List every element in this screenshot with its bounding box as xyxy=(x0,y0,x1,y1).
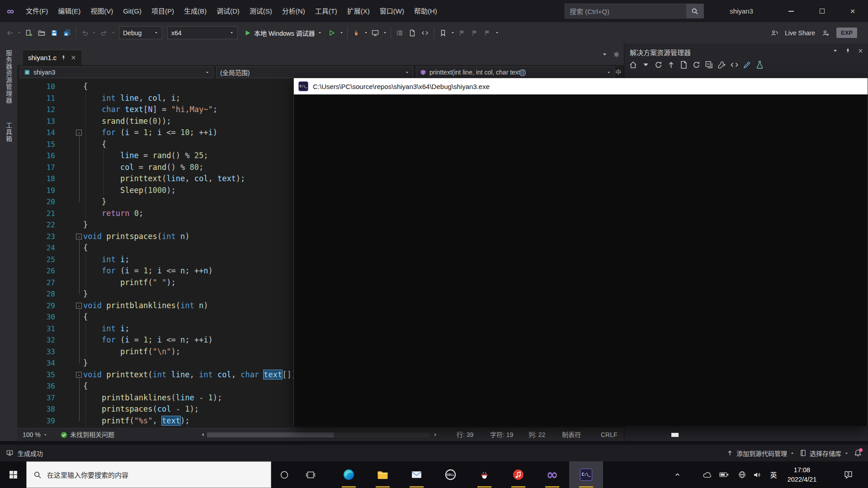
close-tab-icon[interactable] xyxy=(71,55,76,61)
nav-back-icon[interactable] xyxy=(4,27,16,39)
document-list-icon[interactable] xyxy=(602,52,608,57)
hot-reload-caret-icon[interactable] xyxy=(363,27,369,39)
flag-icon[interactable] xyxy=(481,27,494,39)
menu-extensions[interactable]: 扩展(X) xyxy=(342,0,375,22)
fold-toggle[interactable]: - xyxy=(76,130,82,136)
edge-app[interactable] xyxy=(332,461,366,488)
file-explorer-app[interactable] xyxy=(366,461,400,488)
panel-menu-icon[interactable] xyxy=(832,48,838,54)
scroll-right-icon[interactable] xyxy=(432,428,439,441)
qq-app[interactable] xyxy=(467,461,501,488)
menu-test[interactable]: 测试(S) xyxy=(245,0,277,22)
menu-window[interactable]: 窗口(W) xyxy=(375,0,409,22)
scope-dropdown[interactable]: (全局范围) xyxy=(216,66,413,78)
new-project-icon[interactable] xyxy=(23,27,35,39)
menu-edit[interactable]: 编辑(E) xyxy=(53,0,85,22)
menu-view[interactable]: 视图(V) xyxy=(85,0,118,22)
zoom-select[interactable]: 100 % xyxy=(23,428,47,441)
toolbar-overflow-caret-icon[interactable] xyxy=(494,27,500,39)
bookmark-icon[interactable] xyxy=(437,27,449,39)
run-without-debug-icon[interactable] xyxy=(326,27,338,39)
music-app[interactable] xyxy=(501,461,535,488)
doc-icon[interactable] xyxy=(679,61,688,69)
menu-build[interactable]: 生成(B) xyxy=(179,0,212,22)
menu-analyze[interactable]: 分析(N) xyxy=(277,0,310,22)
ime-indicator[interactable]: 英 xyxy=(766,461,781,488)
document-icon[interactable] xyxy=(406,27,419,39)
undo-icon[interactable] xyxy=(79,27,91,39)
open-file-icon[interactable] xyxy=(35,27,47,39)
split-editor-icon[interactable] xyxy=(615,68,622,75)
menu-file[interactable]: 文件(F) xyxy=(21,0,53,22)
close-button[interactable]: × xyxy=(837,0,868,22)
search-icon[interactable] xyxy=(686,4,703,18)
battery-tray-button[interactable] xyxy=(716,461,731,488)
network-tray-button[interactable] xyxy=(734,461,750,488)
nav-history-caret-icon[interactable] xyxy=(16,27,22,39)
start-button[interactable] xyxy=(0,461,26,488)
refresh-icon[interactable] xyxy=(692,61,701,69)
menu-tools[interactable]: 工具(T) xyxy=(310,0,342,22)
fold-toggle[interactable]: - xyxy=(76,303,82,309)
bookmark-caret-icon[interactable] xyxy=(450,27,456,39)
task-status-icon[interactable] xyxy=(6,450,13,456)
scrollbar-thumb[interactable] xyxy=(207,432,334,437)
editor-options-icon[interactable] xyxy=(613,52,619,57)
dell-app[interactable]: DELL xyxy=(434,461,467,488)
quick-search-box[interactable]: 搜索 (Ctrl+Q) xyxy=(565,4,704,19)
server-explorer-tab[interactable]: 服务器资源管理器 xyxy=(4,50,13,104)
project-dropdown[interactable]: C shiyan3 xyxy=(20,66,213,78)
task-view-button[interactable] xyxy=(297,461,324,488)
live-share-icon[interactable] xyxy=(768,27,780,39)
scroll-left-icon[interactable] xyxy=(200,428,206,441)
solution-configuration-select[interactable]: Debug xyxy=(119,26,162,39)
code-icon[interactable] xyxy=(730,61,739,69)
attach-caret-icon[interactable] xyxy=(382,27,388,39)
feedback-icon[interactable] xyxy=(820,27,832,39)
attach-process-icon[interactable] xyxy=(369,27,382,39)
flag-icon[interactable] xyxy=(469,27,481,39)
notifications-button[interactable] xyxy=(854,449,862,457)
pin-tab-icon[interactable] xyxy=(61,55,66,61)
panel-close-icon[interactable] xyxy=(858,48,863,54)
document-tab-shiyan1c[interactable]: shiyan1.c xyxy=(23,50,81,65)
select-repo-button[interactable]: 选择存储库 xyxy=(800,449,849,458)
horizontal-scrollbar[interactable] xyxy=(207,432,430,437)
redo-icon[interactable] xyxy=(98,27,110,39)
member-dropdown[interactable]: printtext(int line, int col, char text[]… xyxy=(416,66,615,78)
toolbox-tab[interactable]: 工具箱 xyxy=(4,122,13,142)
sync-icon[interactable] xyxy=(654,61,663,69)
volume-tray-button[interactable] xyxy=(750,461,765,488)
action-center-button[interactable]: 3 xyxy=(838,461,858,488)
home-icon[interactable] xyxy=(629,61,637,69)
run-options-caret-icon[interactable] xyxy=(339,27,344,39)
solution-platform-select[interactable]: x64 xyxy=(167,26,238,39)
minimize-button[interactable] xyxy=(776,0,807,22)
save-all-icon[interactable] xyxy=(61,27,73,39)
indent-mode-indicator[interactable]: 制表符 xyxy=(562,428,581,441)
line-ending-indicator[interactable]: CRLF xyxy=(601,428,618,441)
up-arrow-icon[interactable] xyxy=(667,61,675,69)
menu-git[interactable]: Git(G) xyxy=(118,0,146,22)
properties-icon[interactable] xyxy=(717,61,726,69)
flag-icon[interactable] xyxy=(456,27,468,39)
flask-icon[interactable] xyxy=(755,61,764,69)
console-output[interactable] xyxy=(294,94,868,426)
fold-toggle[interactable]: - xyxy=(76,372,82,378)
fold-toggle[interactable]: - xyxy=(76,234,82,239)
redo-caret-icon[interactable] xyxy=(110,27,116,39)
live-share-button[interactable]: Live Share xyxy=(785,29,815,37)
menu-help[interactable]: 帮助(H) xyxy=(409,0,442,22)
add-source-control-button[interactable]: 添加到源代码管理 xyxy=(726,449,794,458)
panel-pin-icon[interactable] xyxy=(845,48,851,54)
pencil-icon[interactable] xyxy=(743,61,751,69)
hidden-icons-button[interactable] xyxy=(669,461,685,488)
output-window-icon[interactable] xyxy=(394,27,406,39)
cortana-button[interactable] xyxy=(271,461,297,488)
menu-debug[interactable]: 调试(D) xyxy=(212,0,245,22)
caret-down-icon[interactable] xyxy=(642,61,650,69)
mail-app[interactable] xyxy=(400,461,434,488)
code-window-icon[interactable] xyxy=(419,27,431,39)
hot-reload-icon[interactable] xyxy=(350,27,363,39)
clock[interactable]: 17:08 2022/4/21 xyxy=(783,461,821,488)
